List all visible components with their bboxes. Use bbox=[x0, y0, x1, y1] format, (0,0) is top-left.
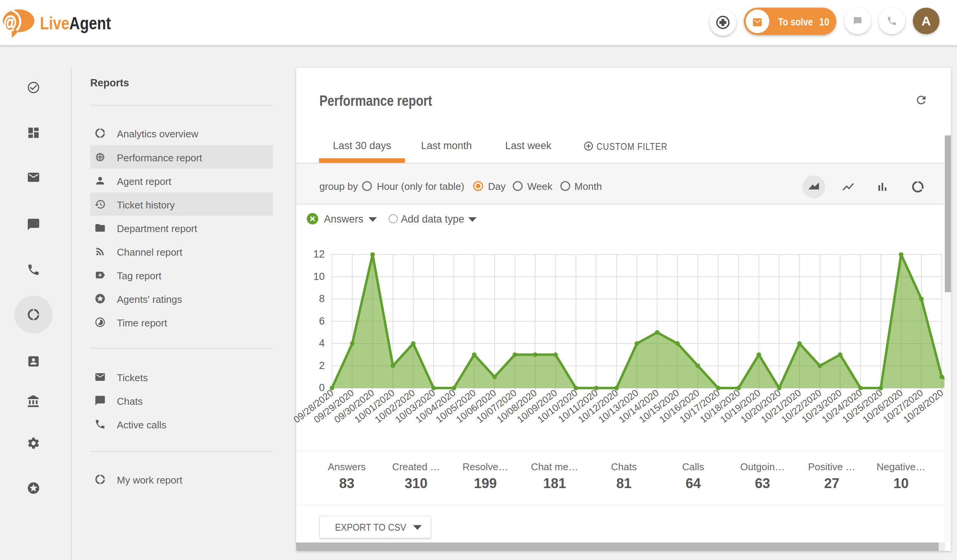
svg-text:6: 6 bbox=[319, 315, 325, 327]
svg-text:@: @ bbox=[4, 13, 17, 33]
svg-text:8: 8 bbox=[319, 293, 325, 304]
svg-text:4: 4 bbox=[319, 337, 325, 349]
svg-text:12: 12 bbox=[313, 248, 325, 260]
svg-text:10: 10 bbox=[313, 271, 325, 282]
svg-text:2: 2 bbox=[319, 360, 325, 371]
